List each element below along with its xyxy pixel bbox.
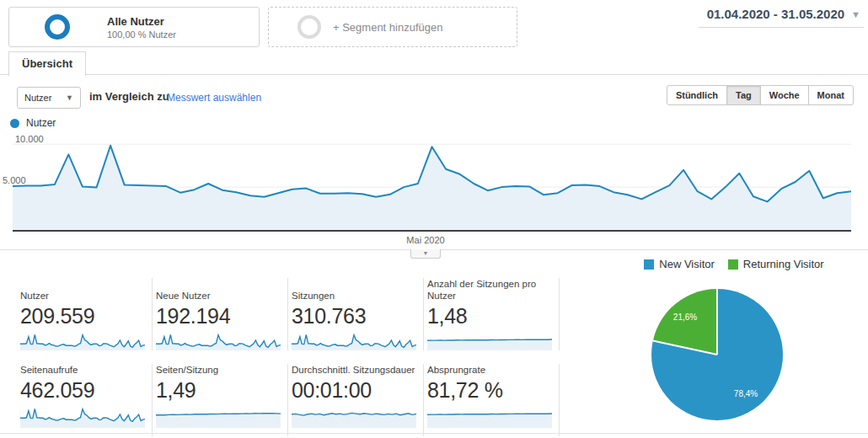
- metric-label: Sitzungen: [292, 278, 416, 302]
- metric-label: Durchschnittl. Sitzungsdauer: [292, 364, 416, 376]
- metric-sparkline: [292, 332, 416, 350]
- metric-label: Neue Nutzer: [156, 278, 281, 302]
- metric-sparkline: [20, 406, 145, 428]
- metric-label: Nutzer: [20, 278, 145, 302]
- y-axis-tick-10000: 10.000: [15, 134, 44, 144]
- metric-select-label: Nutzer: [24, 93, 51, 103]
- chevron-down-icon: ▼: [66, 93, 73, 102]
- pie-legend-label: New Visitor: [659, 258, 715, 270]
- x-axis-month-label: Mai 2020: [386, 235, 465, 245]
- timeline-expander-button[interactable]: ▼: [410, 249, 441, 259]
- metric-card-neue-nutzer[interactable]: Neue Nutzer192.194: [153, 278, 288, 350]
- pie-label-returning-visitor: 21,6%: [673, 312, 697, 322]
- segment-text: Alle Nutzer 100,00 % Nutzer: [107, 15, 176, 40]
- metric-sparkline: [427, 332, 552, 350]
- metric-card-durchschnittl-sitzungsdauer[interactable]: Durchschnittl. Sitzungsdauer00:01:00: [288, 364, 424, 436]
- bottom-divider: [0, 433, 868, 434]
- pie-legend-label: Returning Visitor: [743, 258, 824, 270]
- metric-value: 1,49: [156, 378, 281, 403]
- segment-subtitle: 100,00 % Nutzer: [107, 29, 176, 40]
- add-segment-button[interactable]: + Segment hinzufügen: [268, 7, 517, 47]
- series-legend-label: Nutzer: [26, 117, 56, 129]
- select-metric-link[interactable]: Messwert auswählen: [167, 92, 261, 104]
- metric-sparkline: [156, 332, 281, 350]
- metric-value: 00:01:00: [292, 378, 416, 403]
- metric-card-anzahl-der-sitzungen-pro-nutzer[interactable]: Anzahl der Sitzungen pro Nutzer1,48: [424, 278, 560, 350]
- metric-label: Absprungrate: [427, 364, 552, 376]
- metric-sparkline: [156, 406, 281, 428]
- metric-card-absprungrate[interactable]: Absprungrate81,72 %: [424, 364, 560, 436]
- pie-slice-separator: [653, 339, 718, 355]
- segment-title: Alle Nutzer: [107, 15, 176, 28]
- metric-card-seitenaufrufe[interactable]: Seitenaufrufe462.059: [17, 364, 153, 436]
- analytics-overview-page: Alle Nutzer 100,00 % Nutzer + Segment hi…: [0, 0, 868, 438]
- legend-square-icon: [728, 259, 738, 270]
- granularity-button-group: StündlichTagWocheMonat: [667, 85, 854, 105]
- metric-label: Anzahl der Sitzungen pro Nutzer: [427, 278, 552, 302]
- granularity-button-2[interactable]: Woche: [760, 85, 809, 105]
- granularity-button-3[interactable]: Monat: [808, 85, 854, 105]
- metric-card-seiten-sitzung[interactable]: Seiten/Sitzung1,49: [153, 364, 288, 436]
- date-range-label: 01.04.2020 - 31.05.2020: [707, 7, 844, 21]
- metric-select-dropdown[interactable]: Nutzer ▼: [17, 87, 81, 109]
- metric-value: 192.194: [156, 304, 281, 328]
- metric-value: 310.763: [292, 304, 416, 328]
- add-segment-ring-icon: [297, 15, 321, 39]
- metric-value: 462.059: [20, 378, 145, 403]
- chevron-down-icon: ▼: [423, 250, 429, 256]
- area-chart-svg: [13, 133, 851, 230]
- segment-ring-icon: [45, 14, 70, 40]
- metric-label: Seiten/Sitzung: [156, 364, 281, 376]
- tab-uebersicht[interactable]: Übersicht: [8, 51, 86, 76]
- date-range-picker[interactable]: 01.04.2020 - 31.05.2020 ▼: [699, 5, 864, 28]
- metric-label: Seitenaufrufe: [20, 364, 145, 376]
- compare-label: im Vergleich zu: [89, 90, 169, 103]
- metric-sparkline: [292, 406, 416, 428]
- metric-sparkline: [20, 332, 145, 350]
- granularity-button-1[interactable]: Tag: [726, 85, 761, 105]
- metric-cards-grid: Nutzer209.559Neue Nutzer192.194Sitzungen…: [17, 278, 560, 436]
- users-area-chart[interactable]: [13, 133, 851, 230]
- metric-card-sitzungen[interactable]: Sitzungen310.763: [288, 278, 424, 350]
- metric-value: 81,72 %: [427, 378, 552, 403]
- tabs-row: Übersicht: [0, 51, 868, 75]
- pie-slice-separator: [716, 289, 718, 355]
- chevron-down-icon: ▼: [851, 9, 860, 19]
- pie-label-new-visitor: 78,4%: [734, 389, 758, 398]
- pie-legend-item-0[interactable]: New Visitor: [644, 258, 715, 270]
- x-axis-line: [13, 230, 851, 232]
- legend-square-icon: [644, 259, 654, 270]
- pie-legend-item-1[interactable]: Returning Visitor: [728, 258, 824, 270]
- series-dot-icon: [10, 119, 19, 128]
- add-segment-label: + Segment hinzufügen: [333, 21, 442, 34]
- pie-legend: New VisitorReturning Visitor: [624, 258, 844, 270]
- metric-sparkline: [427, 406, 552, 428]
- y-axis-tick-5000: 5.000: [3, 175, 26, 185]
- metric-value: 1,48: [427, 304, 552, 328]
- granularity-button-0[interactable]: Stündlich: [667, 85, 727, 105]
- metric-card-nutzer[interactable]: Nutzer209.559: [17, 278, 153, 350]
- chart-legend: Nutzer: [10, 117, 56, 129]
- metric-value: 209.559: [20, 304, 145, 328]
- visitor-type-pie-chart[interactable]: 78,4% 21,6%: [651, 289, 783, 420]
- segment-all-users-card[interactable]: Alle Nutzer 100,00 % Nutzer: [8, 7, 260, 47]
